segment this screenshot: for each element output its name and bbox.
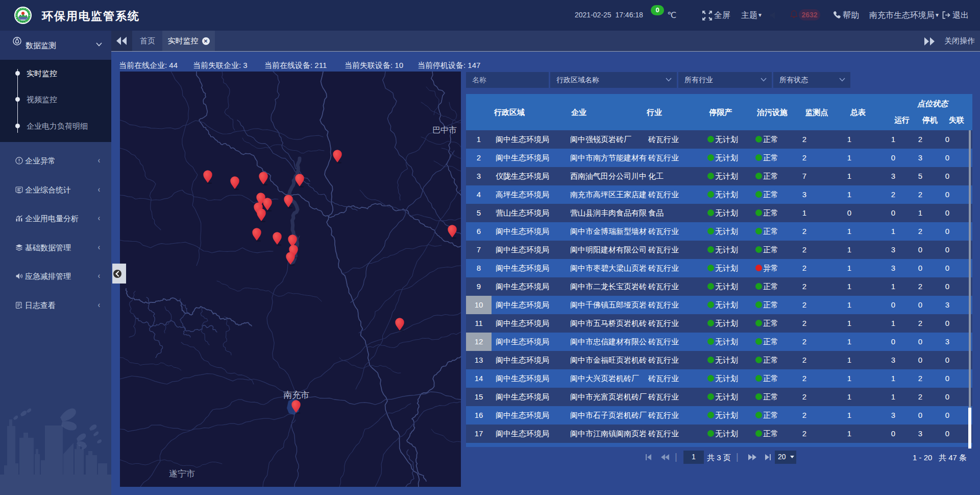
svg-text:遂宁市: 遂宁市 xyxy=(169,469,195,479)
svg-text:南充市: 南充市 xyxy=(283,390,309,400)
svg-text:巴中市: 巴中市 xyxy=(432,126,457,134)
